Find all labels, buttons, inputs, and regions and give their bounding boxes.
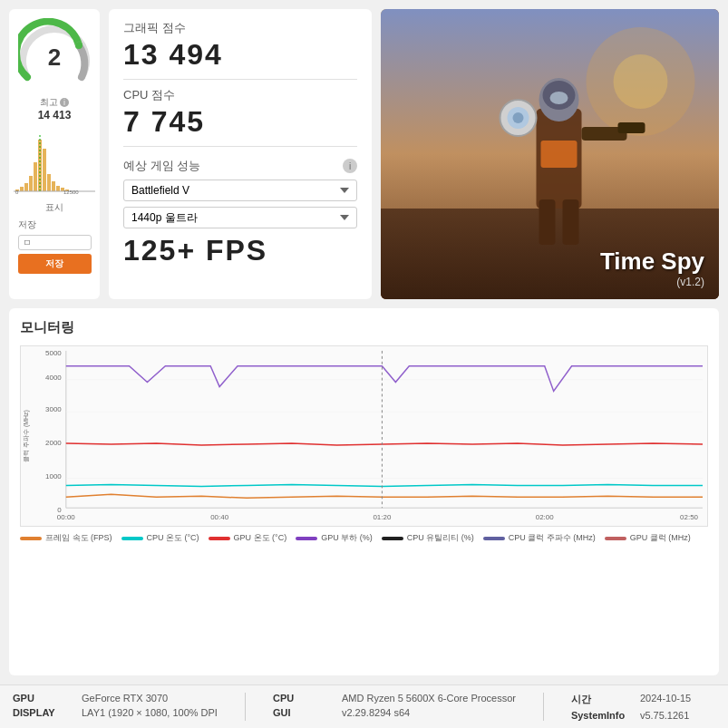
time-info-col: 시간 2024-10-15 SystemInfo v5.75.1261 xyxy=(571,693,691,721)
monitoring-title: 모니터링 xyxy=(20,319,708,336)
histogram-svg: 0 12500 xyxy=(14,131,95,194)
svg-text:01:20: 01:20 xyxy=(373,513,392,521)
gpu-info-col: GPU GeForce RTX 3070 DISPLAY LAY1 (1920 … xyxy=(13,693,218,718)
legend-fps: 프레임 속도 (FPS) xyxy=(20,532,112,544)
svg-rect-3 xyxy=(24,183,28,191)
legend-color-gpu-clock xyxy=(605,537,626,540)
graphic-score-label: 그래픽 점수 xyxy=(123,20,357,36)
gui-label: GUI xyxy=(273,707,336,718)
legend-gpu-load: GPU 부하 (%) xyxy=(296,532,373,544)
gauge-panel: 2 최고 i 14 413 xyxy=(9,9,100,299)
sysinfo-label: SystemInfo xyxy=(571,710,635,721)
gpu-row: GPU GeForce RTX 3070 xyxy=(13,693,218,704)
cpu-score-label: CPU 점수 xyxy=(123,87,357,103)
cpu-info-col: CPU AMD Ryzen 5 5600X 6-Core Processor G… xyxy=(273,693,516,718)
svg-text:클럭 주파수 (MHz): 클럭 주파수 (MHz) xyxy=(23,410,30,462)
gpu-label: GPU xyxy=(13,693,76,704)
svg-rect-10 xyxy=(56,186,60,191)
game-image-overlay: Time Spy (v1.2) xyxy=(381,9,719,299)
svg-text:02:00: 02:00 xyxy=(536,513,555,521)
resolution-dropdown[interactable]: 1440p 울트라 xyxy=(123,207,357,228)
legend-color-cpu-util xyxy=(382,537,403,540)
save-area: 저장 저장 xyxy=(18,218,92,274)
svg-rect-8 xyxy=(47,174,51,191)
time-value: 2024-10-15 xyxy=(640,693,691,706)
gauge-max-value: 14 413 xyxy=(38,109,72,121)
gauge-max-label: 최고 i xyxy=(40,96,69,109)
graphic-score-value: 13 494 xyxy=(123,38,357,72)
time-row: 시간 2024-10-15 xyxy=(571,693,691,706)
legend-color-cpu-clock xyxy=(483,537,505,540)
legend-color-cpu-temp xyxy=(121,537,143,540)
monitoring-section: 모니터링 0 1000 2000 3000 4000 5000 xyxy=(9,308,719,675)
performance-section: 예상 게임 성능 i Battlefield V 1440p 울트라 125+ … xyxy=(123,158,357,267)
legend-cpu-util: CPU 유틸리티 (%) xyxy=(382,532,474,544)
cpu-info-group: CPU AMD Ryzen 5 5600X 6-Core Processor G… xyxy=(273,693,516,721)
info-icon[interactable]: i xyxy=(343,159,357,173)
cpu-score-block: CPU 점수 7 745 xyxy=(123,87,357,147)
cpu-label: CPU xyxy=(273,693,336,704)
info-bar: GPU GeForce RTX 3070 DISPLAY LAY1 (1920 … xyxy=(0,684,728,728)
game-panel: Time Spy (v1.2) xyxy=(381,9,719,299)
gpu-value: GeForce RTX 3070 xyxy=(82,693,168,704)
time-info-group: 시간 2024-10-15 SystemInfo v5.75.1261 xyxy=(571,693,691,721)
cpu-row: CPU AMD Ryzen 5 5600X 6-Core Processor xyxy=(273,693,516,704)
svg-rect-5 xyxy=(34,162,37,191)
sysinfo-row: SystemInfo v5.75.1261 xyxy=(571,710,691,721)
divider-2 xyxy=(543,693,544,721)
info-icon-small: i xyxy=(60,98,69,107)
game-version: (v1.2) xyxy=(600,276,704,288)
legend-color-gpu-load xyxy=(296,537,317,540)
legend-gpu-temp: GPU 온도 (°C) xyxy=(209,532,287,544)
legend-color-fps xyxy=(20,537,42,540)
gui-value: v2.29.8294 s64 xyxy=(342,707,410,718)
svg-rect-4 xyxy=(29,176,33,191)
display-label: 표시 xyxy=(45,201,63,214)
time-label: 시간 xyxy=(571,693,635,706)
fps-value: 125+ FPS xyxy=(123,234,357,267)
perf-header: 예상 게임 성능 i xyxy=(123,158,357,174)
display-value: LAY1 (1920 × 1080, 100% DPI xyxy=(82,707,218,718)
cpu-value: AMD Ryzen 5 5600X 6-Core Processor xyxy=(342,693,516,704)
sysinfo-value: v5.75.1261 xyxy=(640,710,689,721)
game-title-block: Time Spy (v1.2) xyxy=(600,248,704,288)
svg-rect-7 xyxy=(43,149,46,191)
legend-gpu-clock: GPU 클럭 (MHz) xyxy=(605,532,691,544)
svg-text:12500: 12500 xyxy=(63,189,79,194)
legend-cpu-temp: CPU 온도 (°C) xyxy=(121,532,199,544)
gui-row: GUI v2.29.8294 s64 xyxy=(273,707,516,718)
legend-row: 프레임 속도 (FPS) CPU 온도 (°C) GPU 온도 (°C) GPU… xyxy=(20,532,708,544)
gpu-info-group: GPU GeForce RTX 3070 DISPLAY LAY1 (1920 … xyxy=(13,693,218,721)
scores-panel: 그래픽 점수 13 494 CPU 점수 7 745 예상 게임 성능 i Ba… xyxy=(109,9,372,299)
save-button[interactable]: 저장 xyxy=(18,254,92,274)
monitoring-chart-svg: 0 1000 2000 3000 4000 5000 00:00 00:40 0… xyxy=(21,346,707,526)
display-label: DISPLAY xyxy=(13,707,76,718)
save-label: 저장 xyxy=(18,218,92,231)
chart-area: 0 1000 2000 3000 4000 5000 00:00 00:40 0… xyxy=(20,345,708,527)
game-title: Time Spy xyxy=(600,248,704,276)
top-section: 2 최고 i 14 413 xyxy=(0,0,728,308)
gauge-max-section: 최고 i 14 413 xyxy=(38,96,72,121)
svg-text:1000: 1000 xyxy=(45,472,62,480)
svg-text:2000: 2000 xyxy=(45,439,62,447)
graphic-score-block: 그래픽 점수 13 494 xyxy=(123,20,357,80)
cpu-score-value: 7 745 xyxy=(123,105,357,139)
svg-text:5000: 5000 xyxy=(45,349,62,357)
main-container: 2 최고 i 14 413 xyxy=(0,0,728,728)
svg-rect-9 xyxy=(52,181,55,191)
svg-text:02:50: 02:50 xyxy=(680,513,699,521)
save-input[interactable] xyxy=(18,235,92,250)
divider-1 xyxy=(245,693,246,721)
game-dropdown[interactable]: Battlefield V xyxy=(123,180,357,201)
legend-color-gpu-temp xyxy=(209,537,230,540)
gauge-container: 2 xyxy=(18,18,91,91)
svg-text:3000: 3000 xyxy=(45,405,62,413)
display-row: DISPLAY LAY1 (1920 × 1080, 100% DPI xyxy=(13,707,218,718)
svg-text:00:40: 00:40 xyxy=(210,513,229,521)
gauge-number: 2 xyxy=(18,44,91,72)
legend-cpu-clock: CPU 클럭 주파수 (MHz) xyxy=(483,532,596,544)
perf-label: 예상 게임 성능 xyxy=(123,158,200,174)
histogram-container: 0 12500 xyxy=(14,131,95,194)
svg-rect-2 xyxy=(20,187,24,191)
svg-text:4000: 4000 xyxy=(45,374,62,382)
